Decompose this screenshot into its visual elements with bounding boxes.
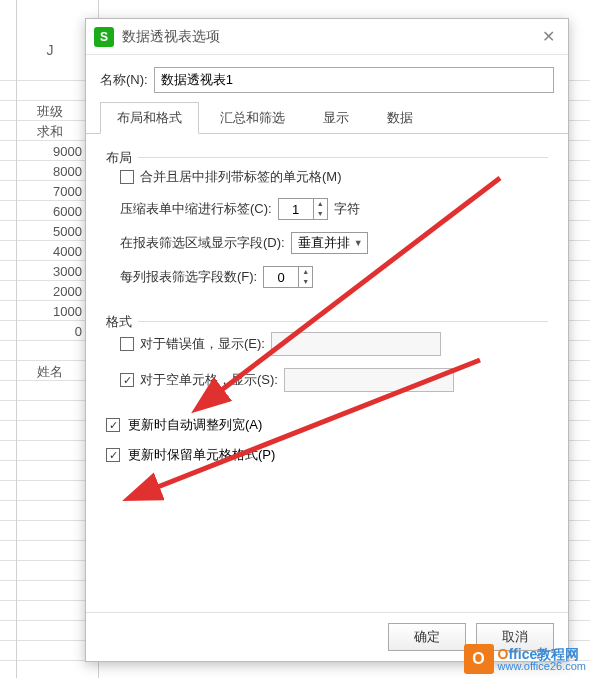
app-icon: S (94, 27, 114, 47)
format-fieldset: 格式 对于错误值，显示(E): 对于空单元格，显示(S): 更新时自动调整列宽(… (106, 308, 548, 470)
fields-per-col-input[interactable] (264, 267, 298, 287)
name-row: 名称(N): (86, 55, 568, 101)
preserve-label: 更新时保留单元格格式(P) (128, 446, 275, 464)
tab-layout-format[interactable]: 布局和格式 (100, 102, 199, 134)
tabs: 布局和格式 汇总和筛选 显示 数据 (86, 101, 568, 134)
indent-spinner[interactable]: ▲▼ (278, 198, 328, 220)
filter-area-value: 垂直并排 (298, 234, 350, 252)
watermark-icon: O (464, 644, 494, 674)
error-label: 对于错误值，显示(E): (140, 335, 265, 353)
ok-button[interactable]: 确定 (388, 623, 466, 651)
tab-data[interactable]: 数据 (370, 102, 430, 134)
merge-label: 合并且居中排列带标签的单元格(M) (140, 168, 342, 186)
name-label: 名称(N): (100, 71, 148, 89)
name-input[interactable] (154, 67, 554, 93)
spin-up-icon[interactable]: ▲ (314, 199, 327, 209)
merge-checkbox[interactable] (120, 170, 134, 184)
tab-content: 布局 合并且居中排列带标签的单元格(M) 压缩表单中缩进行标签(C): ▲▼ 字… (86, 134, 568, 612)
indent-unit: 字符 (334, 200, 360, 218)
filter-area-dropdown[interactable]: 垂直并排 ▼ (291, 232, 368, 254)
indent-label: 压缩表单中缩进行标签(C): (120, 200, 272, 218)
empty-checkbox[interactable] (120, 373, 134, 387)
spin-down-icon[interactable]: ▼ (314, 209, 327, 219)
error-checkbox[interactable] (120, 337, 134, 351)
chevron-down-icon: ▼ (354, 238, 363, 248)
format-legend: 格式 (106, 308, 548, 322)
watermark-url: www.office26.com (498, 661, 586, 672)
tab-totals-filters[interactable]: 汇总和筛选 (203, 102, 302, 134)
autofit-label: 更新时自动调整列宽(A) (128, 416, 262, 434)
indent-input[interactable] (279, 199, 313, 219)
spin-down-icon[interactable]: ▼ (299, 277, 312, 287)
spin-up-icon[interactable]: ▲ (299, 267, 312, 277)
empty-label: 对于空单元格，显示(S): (140, 371, 278, 389)
watermark: O Office教程网 www.office26.com (464, 644, 586, 674)
fields-per-col-spinner[interactable]: ▲▼ (263, 266, 313, 288)
layout-fieldset: 布局 合并且居中排列带标签的单元格(M) 压缩表单中缩进行标签(C): ▲▼ 字… (106, 144, 548, 294)
autofit-checkbox[interactable] (106, 418, 120, 432)
empty-input[interactable] (284, 368, 454, 392)
tab-display[interactable]: 显示 (306, 102, 366, 134)
preserve-checkbox[interactable] (106, 448, 120, 462)
error-input[interactable] (271, 332, 441, 356)
watermark-brand: Office教程网 (498, 647, 586, 661)
titlebar: S 数据透视表选项 ✕ (86, 19, 568, 55)
pivot-options-dialog: S 数据透视表选项 ✕ 名称(N): 布局和格式 汇总和筛选 显示 数据 布局 … (85, 18, 569, 662)
dialog-title: 数据透视表选项 (122, 28, 536, 46)
layout-legend: 布局 (106, 144, 548, 158)
close-icon[interactable]: ✕ (536, 25, 560, 49)
filter-area-label: 在报表筛选区域显示字段(D): (120, 234, 285, 252)
fields-per-col-label: 每列报表筛选字段数(F): (120, 268, 257, 286)
